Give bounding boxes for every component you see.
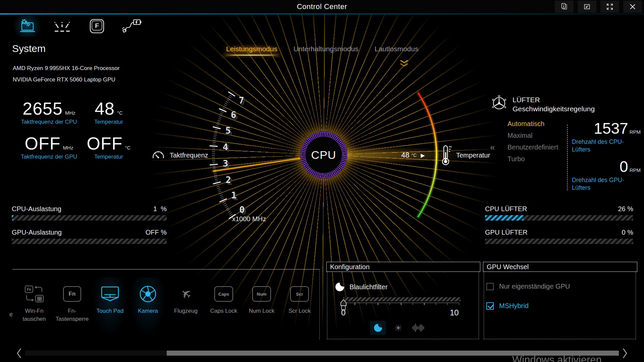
- fullscreen-button[interactable]: [600, 1, 619, 13]
- slider-scale-ticks: [343, 303, 459, 305]
- sound-wave-icon: [413, 324, 424, 332]
- mshybrid-option[interactable]: MSHybrid: [486, 302, 529, 310]
- num-lock-button[interactable]: Num Num Lock: [245, 278, 278, 334]
- touchpad-button[interactable]: Touch Pad: [93, 278, 127, 334]
- stat-gpu-temperature: OFF°C Temperatur: [87, 133, 130, 160]
- restore-window-icon: [583, 3, 591, 11]
- double-chevron-left-icon: «: [490, 142, 494, 153]
- scr-key-icon: Scr: [290, 282, 309, 306]
- mode-unterhaltungsmodus[interactable]: Unterhaltungsmodus: [289, 44, 363, 56]
- fn-key-icon: Fn: [63, 282, 81, 306]
- stat-label: Taktfrequenz der CPU: [13, 119, 85, 125]
- system-settings-icon: [18, 18, 36, 34]
- windows-activation-watermark: Windows aktivieren: [512, 354, 602, 362]
- moon-icon: [335, 283, 344, 291]
- gpu-fan-row: GPU LÜFTER 0 %: [485, 229, 633, 244]
- performance-mode-tabs: Leistungsmodus Unterhaltungsmodus Lautlo…: [221, 44, 423, 56]
- function-panel-border-right: [319, 269, 320, 339]
- window-title: Control Center: [0, 2, 644, 11]
- konfiguration-mode-icons: ☀: [370, 321, 426, 335]
- cpu-usage-bar: [12, 215, 167, 221]
- bar-value: 1 %: [153, 205, 167, 213]
- stat-unit: °C: [125, 145, 131, 150]
- checkbox-unchecked[interactable]: [486, 283, 494, 290]
- blue-light-filter-label: Blaulichtfilter: [350, 283, 387, 291]
- window-controls: [555, 1, 642, 13]
- cpu-fan-rpm: 1537 RPM: [572, 119, 641, 137]
- temperature-marker: 48 °C ▶: [401, 151, 425, 160]
- airplane-mode-button[interactable]: ✈ Flugzeug: [169, 278, 203, 334]
- win-fn-swap-icon: Fn: [24, 282, 44, 306]
- bar-label: CPU-Auslastung: [12, 205, 61, 213]
- fan-option-benutzerdefiniert[interactable]: «Benutzerdefiniert: [507, 143, 558, 151]
- system-stats: 2655MHz Taktfrequenz der CPU 48°C Temper…: [13, 99, 130, 160]
- expand-modes-button[interactable]: [400, 60, 409, 67]
- sound-toggle[interactable]: [410, 321, 426, 335]
- fan-option-maximal[interactable]: Maximal: [507, 132, 558, 139]
- f-key-icon: F: [89, 18, 105, 34]
- blue-light-slider-track[interactable]: [343, 297, 461, 301]
- tab-power[interactable]: [117, 15, 147, 37]
- mode-leistungsmodus[interactable]: Leistungsmodus: [221, 44, 282, 56]
- restore-button[interactable]: [578, 1, 596, 13]
- night-mode-toggle[interactable]: [370, 321, 386, 335]
- cpu-fan-rpm-label: Drehzahl des CPU-Lüfters: [572, 138, 641, 154]
- fullscreen-icon: [606, 3, 614, 11]
- mode-lautlosmodus[interactable]: Lautlosmodus: [370, 44, 423, 56]
- stat-label: Temperatur: [87, 119, 130, 125]
- camera-button[interactable]: Kamera: [131, 278, 165, 334]
- brightness-toggle[interactable]: ☀: [390, 321, 406, 335]
- stat-value: OFF: [87, 133, 123, 154]
- close-icon: [629, 3, 637, 11]
- power-adapter-icon: [122, 18, 142, 34]
- tab-fkeys[interactable]: F: [82, 15, 112, 37]
- tab-system[interactable]: [12, 15, 42, 37]
- stat-value: OFF: [25, 133, 61, 154]
- stat-value: 2655: [22, 99, 63, 119]
- stat-value: 48: [95, 99, 115, 119]
- konfiguration-panel: Konfiguration Blaulichtfilter 0 10 ☀: [326, 262, 480, 339]
- quick-button-label: Caps Lock: [210, 307, 237, 315]
- fn-lock-button[interactable]: Fn Fn-Tastensperre: [55, 278, 89, 334]
- caps-key-icon: Caps: [214, 282, 233, 306]
- konfiguration-title: Konfiguration: [326, 262, 480, 272]
- titlebar: Control Center: [0, 0, 644, 13]
- slider-min-label: 0: [341, 308, 345, 317]
- scroll-left-button[interactable]: [16, 348, 22, 359]
- control-center-window: 0011223344556677 CPU Control Center: [0, 0, 644, 362]
- stat-label: Temperatur: [87, 154, 130, 160]
- checkbox-checked[interactable]: [486, 302, 494, 310]
- info-document-icon: [560, 3, 568, 11]
- num-key-icon: Num: [252, 282, 271, 306]
- cpu-fan-row: CPU LÜFTER 26 %: [485, 205, 633, 221]
- brightness-icon: ☀: [394, 323, 402, 333]
- stat-unit: °C: [117, 110, 123, 116]
- tab-lighting[interactable]: [47, 15, 77, 37]
- system-heading: System: [12, 43, 46, 54]
- quick-button-label: Touch Pad: [97, 307, 123, 315]
- speedometer-icon: [152, 149, 165, 161]
- gpu-fan-rpm: 0 RPM: [572, 158, 641, 176]
- discrete-gpu-option[interactable]: Nur eigenständige GPU: [486, 283, 570, 290]
- caps-lock-button[interactable]: Caps Caps Lock: [207, 278, 240, 334]
- fan-option-turbo[interactable]: Turbo: [507, 155, 558, 163]
- quick-button-label: Win-Fntauschen: [23, 307, 46, 323]
- clipped-button-label: e: [9, 311, 13, 318]
- discrete-gpu-label: Nur eigenständige GPU: [499, 283, 570, 290]
- close-button[interactable]: [623, 1, 642, 13]
- scroll-lock-button[interactable]: Scr Scr Lock: [283, 278, 316, 334]
- fan-mode-options: Automatisch Maximal «Benutzerdefiniert T…: [507, 120, 558, 167]
- usage-bars: CPU-Auslastung 1 % GPU-Auslastung OFF %: [12, 205, 167, 244]
- scroll-right-button[interactable]: [622, 348, 628, 359]
- fan-panel-header: LÜFTER Geschwindigkeitsregelung: [492, 95, 595, 113]
- info-button[interactable]: [555, 1, 574, 13]
- fan-option-automatisch[interactable]: Automatisch: [507, 120, 558, 128]
- stat-unit: MHz: [65, 110, 75, 116]
- bar-value: 26 %: [618, 205, 633, 213]
- win-fn-swap-button[interactable]: Fn Win-Fntauschen: [17, 278, 51, 334]
- stat-label: Taktfrequenz der GPU: [13, 154, 85, 160]
- cpu-usage-row: CPU-Auslastung 1 %: [12, 205, 167, 221]
- feature-tabs: F: [12, 15, 147, 37]
- quick-button-label: Kamera: [138, 307, 158, 315]
- bar-value: OFF %: [146, 229, 167, 236]
